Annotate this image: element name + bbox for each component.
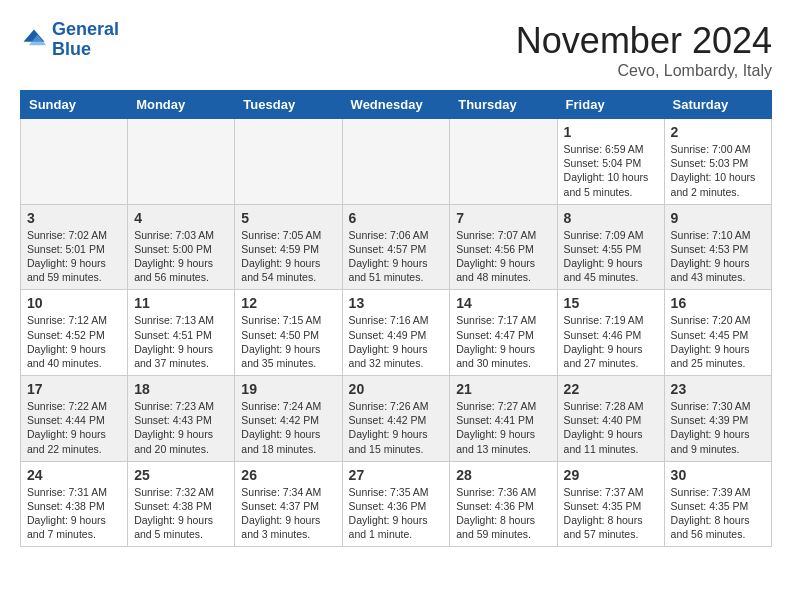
calendar-cell bbox=[128, 119, 235, 205]
weekday-header-saturday: Saturday bbox=[664, 91, 771, 119]
calendar-cell: 24Sunrise: 7:31 AM Sunset: 4:38 PM Dayli… bbox=[21, 461, 128, 547]
calendar-week-2: 3Sunrise: 7:02 AM Sunset: 5:01 PM Daylig… bbox=[21, 204, 772, 290]
calendar-week-3: 10Sunrise: 7:12 AM Sunset: 4:52 PM Dayli… bbox=[21, 290, 772, 376]
calendar-cell bbox=[21, 119, 128, 205]
calendar-cell: 2Sunrise: 7:00 AM Sunset: 5:03 PM Daylig… bbox=[664, 119, 771, 205]
calendar-cell: 12Sunrise: 7:15 AM Sunset: 4:50 PM Dayli… bbox=[235, 290, 342, 376]
day-info: Sunrise: 7:23 AM Sunset: 4:43 PM Dayligh… bbox=[134, 399, 228, 456]
day-info: Sunrise: 7:16 AM Sunset: 4:49 PM Dayligh… bbox=[349, 313, 444, 370]
day-info: Sunrise: 7:31 AM Sunset: 4:38 PM Dayligh… bbox=[27, 485, 121, 542]
location: Cevo, Lombardy, Italy bbox=[516, 62, 772, 80]
day-info: Sunrise: 7:26 AM Sunset: 4:42 PM Dayligh… bbox=[349, 399, 444, 456]
day-info: Sunrise: 7:03 AM Sunset: 5:00 PM Dayligh… bbox=[134, 228, 228, 285]
day-number: 12 bbox=[241, 295, 335, 311]
calendar-cell: 25Sunrise: 7:32 AM Sunset: 4:38 PM Dayli… bbox=[128, 461, 235, 547]
day-number: 3 bbox=[27, 210, 121, 226]
day-info: Sunrise: 7:07 AM Sunset: 4:56 PM Dayligh… bbox=[456, 228, 550, 285]
calendar-cell bbox=[450, 119, 557, 205]
day-info: Sunrise: 7:27 AM Sunset: 4:41 PM Dayligh… bbox=[456, 399, 550, 456]
calendar-cell: 15Sunrise: 7:19 AM Sunset: 4:46 PM Dayli… bbox=[557, 290, 664, 376]
day-number: 2 bbox=[671, 124, 765, 140]
day-info: Sunrise: 7:00 AM Sunset: 5:03 PM Dayligh… bbox=[671, 142, 765, 199]
logo-line1: General bbox=[52, 19, 119, 39]
calendar-cell: 30Sunrise: 7:39 AM Sunset: 4:35 PM Dayli… bbox=[664, 461, 771, 547]
day-number: 23 bbox=[671, 381, 765, 397]
day-number: 25 bbox=[134, 467, 228, 483]
calendar-cell: 27Sunrise: 7:35 AM Sunset: 4:36 PM Dayli… bbox=[342, 461, 450, 547]
day-number: 29 bbox=[564, 467, 658, 483]
day-number: 18 bbox=[134, 381, 228, 397]
page-header: General Blue November 2024 Cevo, Lombard… bbox=[20, 20, 772, 80]
day-number: 28 bbox=[456, 467, 550, 483]
day-info: Sunrise: 7:15 AM Sunset: 4:50 PM Dayligh… bbox=[241, 313, 335, 370]
day-info: Sunrise: 7:13 AM Sunset: 4:51 PM Dayligh… bbox=[134, 313, 228, 370]
calendar-cell: 1Sunrise: 6:59 AM Sunset: 5:04 PM Daylig… bbox=[557, 119, 664, 205]
calendar-cell: 28Sunrise: 7:36 AM Sunset: 4:36 PM Dayli… bbox=[450, 461, 557, 547]
day-number: 13 bbox=[349, 295, 444, 311]
calendar-cell: 22Sunrise: 7:28 AM Sunset: 4:40 PM Dayli… bbox=[557, 376, 664, 462]
day-info: Sunrise: 7:24 AM Sunset: 4:42 PM Dayligh… bbox=[241, 399, 335, 456]
day-info: Sunrise: 7:02 AM Sunset: 5:01 PM Dayligh… bbox=[27, 228, 121, 285]
day-number: 9 bbox=[671, 210, 765, 226]
day-number: 1 bbox=[564, 124, 658, 140]
calendar-cell: 20Sunrise: 7:26 AM Sunset: 4:42 PM Dayli… bbox=[342, 376, 450, 462]
day-info: Sunrise: 7:37 AM Sunset: 4:35 PM Dayligh… bbox=[564, 485, 658, 542]
day-number: 5 bbox=[241, 210, 335, 226]
day-number: 26 bbox=[241, 467, 335, 483]
day-number: 27 bbox=[349, 467, 444, 483]
day-number: 19 bbox=[241, 381, 335, 397]
calendar-cell bbox=[235, 119, 342, 205]
logo-icon bbox=[20, 26, 48, 54]
month-title: November 2024 bbox=[516, 20, 772, 62]
weekday-header-tuesday: Tuesday bbox=[235, 91, 342, 119]
calendar-cell: 4Sunrise: 7:03 AM Sunset: 5:00 PM Daylig… bbox=[128, 204, 235, 290]
day-info: Sunrise: 7:06 AM Sunset: 4:57 PM Dayligh… bbox=[349, 228, 444, 285]
day-info: Sunrise: 7:12 AM Sunset: 4:52 PM Dayligh… bbox=[27, 313, 121, 370]
day-info: Sunrise: 7:17 AM Sunset: 4:47 PM Dayligh… bbox=[456, 313, 550, 370]
day-info: Sunrise: 7:10 AM Sunset: 4:53 PM Dayligh… bbox=[671, 228, 765, 285]
calendar-cell: 6Sunrise: 7:06 AM Sunset: 4:57 PM Daylig… bbox=[342, 204, 450, 290]
day-info: Sunrise: 7:09 AM Sunset: 4:55 PM Dayligh… bbox=[564, 228, 658, 285]
day-number: 8 bbox=[564, 210, 658, 226]
calendar-cell: 29Sunrise: 7:37 AM Sunset: 4:35 PM Dayli… bbox=[557, 461, 664, 547]
calendar: SundayMondayTuesdayWednesdayThursdayFrid… bbox=[20, 90, 772, 547]
logo-text: General Blue bbox=[52, 20, 119, 60]
day-info: Sunrise: 7:36 AM Sunset: 4:36 PM Dayligh… bbox=[456, 485, 550, 542]
calendar-week-4: 17Sunrise: 7:22 AM Sunset: 4:44 PM Dayli… bbox=[21, 376, 772, 462]
day-info: Sunrise: 7:34 AM Sunset: 4:37 PM Dayligh… bbox=[241, 485, 335, 542]
day-number: 16 bbox=[671, 295, 765, 311]
day-number: 15 bbox=[564, 295, 658, 311]
calendar-cell: 17Sunrise: 7:22 AM Sunset: 4:44 PM Dayli… bbox=[21, 376, 128, 462]
weekday-header-thursday: Thursday bbox=[450, 91, 557, 119]
day-info: Sunrise: 7:39 AM Sunset: 4:35 PM Dayligh… bbox=[671, 485, 765, 542]
day-info: Sunrise: 7:22 AM Sunset: 4:44 PM Dayligh… bbox=[27, 399, 121, 456]
logo: General Blue bbox=[20, 20, 119, 60]
logo-line2: Blue bbox=[52, 39, 91, 59]
day-number: 21 bbox=[456, 381, 550, 397]
calendar-cell: 18Sunrise: 7:23 AM Sunset: 4:43 PM Dayli… bbox=[128, 376, 235, 462]
calendar-cell: 14Sunrise: 7:17 AM Sunset: 4:47 PM Dayli… bbox=[450, 290, 557, 376]
calendar-cell: 5Sunrise: 7:05 AM Sunset: 4:59 PM Daylig… bbox=[235, 204, 342, 290]
weekday-header-wednesday: Wednesday bbox=[342, 91, 450, 119]
day-number: 24 bbox=[27, 467, 121, 483]
day-number: 10 bbox=[27, 295, 121, 311]
calendar-cell: 11Sunrise: 7:13 AM Sunset: 4:51 PM Dayli… bbox=[128, 290, 235, 376]
day-number: 4 bbox=[134, 210, 228, 226]
day-number: 14 bbox=[456, 295, 550, 311]
weekday-header-monday: Monday bbox=[128, 91, 235, 119]
calendar-cell: 8Sunrise: 7:09 AM Sunset: 4:55 PM Daylig… bbox=[557, 204, 664, 290]
calendar-cell: 19Sunrise: 7:24 AM Sunset: 4:42 PM Dayli… bbox=[235, 376, 342, 462]
weekday-header-row: SundayMondayTuesdayWednesdayThursdayFrid… bbox=[21, 91, 772, 119]
day-info: Sunrise: 7:05 AM Sunset: 4:59 PM Dayligh… bbox=[241, 228, 335, 285]
weekday-header-sunday: Sunday bbox=[21, 91, 128, 119]
day-number: 6 bbox=[349, 210, 444, 226]
calendar-cell: 16Sunrise: 7:20 AM Sunset: 4:45 PM Dayli… bbox=[664, 290, 771, 376]
calendar-week-5: 24Sunrise: 7:31 AM Sunset: 4:38 PM Dayli… bbox=[21, 461, 772, 547]
calendar-cell: 26Sunrise: 7:34 AM Sunset: 4:37 PM Dayli… bbox=[235, 461, 342, 547]
calendar-cell: 23Sunrise: 7:30 AM Sunset: 4:39 PM Dayli… bbox=[664, 376, 771, 462]
day-number: 22 bbox=[564, 381, 658, 397]
day-number: 20 bbox=[349, 381, 444, 397]
day-info: Sunrise: 6:59 AM Sunset: 5:04 PM Dayligh… bbox=[564, 142, 658, 199]
calendar-cell: 13Sunrise: 7:16 AM Sunset: 4:49 PM Dayli… bbox=[342, 290, 450, 376]
day-info: Sunrise: 7:28 AM Sunset: 4:40 PM Dayligh… bbox=[564, 399, 658, 456]
